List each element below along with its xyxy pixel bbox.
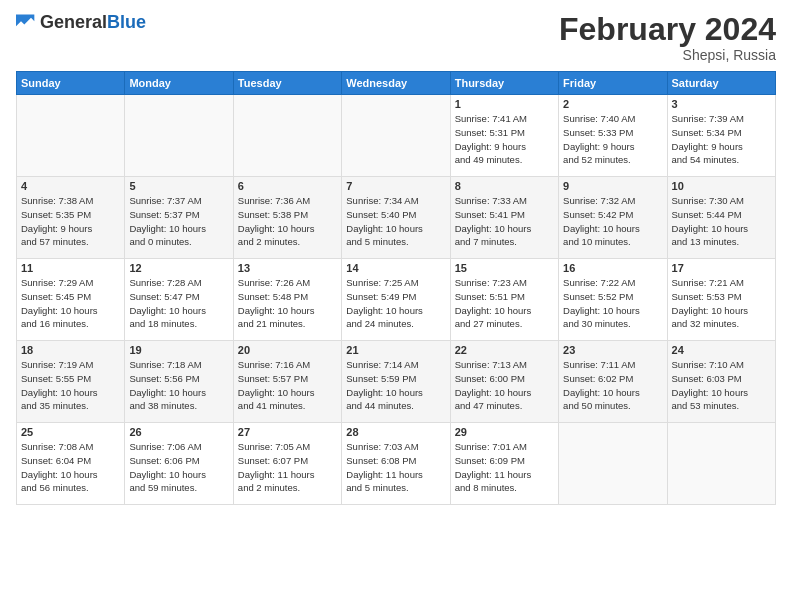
table-row: 23Sunrise: 7:11 AMSunset: 6:02 PMDayligh… [559,341,667,423]
table-row: 29Sunrise: 7:01 AMSunset: 6:09 PMDayligh… [450,423,558,505]
day-number: 4 [21,180,120,192]
day-number: 5 [129,180,228,192]
table-row: 5Sunrise: 7:37 AMSunset: 5:37 PMDaylight… [125,177,233,259]
col-saturday: Saturday [667,72,775,95]
day-info: Sunrise: 7:05 AMSunset: 6:07 PMDaylight:… [238,440,337,495]
day-info: Sunrise: 7:11 AMSunset: 6:02 PMDaylight:… [563,358,662,413]
day-info: Sunrise: 7:38 AMSunset: 5:35 PMDaylight:… [21,194,120,249]
week-row-2: 4Sunrise: 7:38 AMSunset: 5:35 PMDaylight… [17,177,776,259]
col-sunday: Sunday [17,72,125,95]
day-info: Sunrise: 7:32 AMSunset: 5:42 PMDaylight:… [563,194,662,249]
table-row: 16Sunrise: 7:22 AMSunset: 5:52 PMDayligh… [559,259,667,341]
col-monday: Monday [125,72,233,95]
day-number: 16 [563,262,662,274]
table-row [233,95,341,177]
day-info: Sunrise: 7:14 AMSunset: 5:59 PMDaylight:… [346,358,445,413]
table-row [125,95,233,177]
col-wednesday: Wednesday [342,72,450,95]
day-number: 12 [129,262,228,274]
day-number: 27 [238,426,337,438]
table-row: 18Sunrise: 7:19 AMSunset: 5:55 PMDayligh… [17,341,125,423]
day-info: Sunrise: 7:01 AMSunset: 6:09 PMDaylight:… [455,440,554,495]
table-row: 9Sunrise: 7:32 AMSunset: 5:42 PMDaylight… [559,177,667,259]
day-info: Sunrise: 7:06 AMSunset: 6:06 PMDaylight:… [129,440,228,495]
day-number: 14 [346,262,445,274]
day-number: 23 [563,344,662,356]
week-row-3: 11Sunrise: 7:29 AMSunset: 5:45 PMDayligh… [17,259,776,341]
page: GeneralBlue February 2024 Shepsi, Russia… [0,0,792,612]
day-info: Sunrise: 7:30 AMSunset: 5:44 PMDaylight:… [672,194,771,249]
day-number: 1 [455,98,554,110]
table-row: 20Sunrise: 7:16 AMSunset: 5:57 PMDayligh… [233,341,341,423]
table-row: 12Sunrise: 7:28 AMSunset: 5:47 PMDayligh… [125,259,233,341]
header-row: Sunday Monday Tuesday Wednesday Thursday… [17,72,776,95]
table-row: 4Sunrise: 7:38 AMSunset: 5:35 PMDaylight… [17,177,125,259]
logo-icon [16,12,36,32]
logo-general-text: General [40,12,107,32]
day-info: Sunrise: 7:29 AMSunset: 5:45 PMDaylight:… [21,276,120,331]
logo-blue-text: Blue [107,12,146,32]
table-row: 1Sunrise: 7:41 AMSunset: 5:31 PMDaylight… [450,95,558,177]
day-number: 24 [672,344,771,356]
table-row: 10Sunrise: 7:30 AMSunset: 5:44 PMDayligh… [667,177,775,259]
day-info: Sunrise: 7:34 AMSunset: 5:40 PMDaylight:… [346,194,445,249]
table-row: 28Sunrise: 7:03 AMSunset: 6:08 PMDayligh… [342,423,450,505]
day-number: 20 [238,344,337,356]
table-row: 14Sunrise: 7:25 AMSunset: 5:49 PMDayligh… [342,259,450,341]
week-row-1: 1Sunrise: 7:41 AMSunset: 5:31 PMDaylight… [17,95,776,177]
day-info: Sunrise: 7:36 AMSunset: 5:38 PMDaylight:… [238,194,337,249]
table-row: 19Sunrise: 7:18 AMSunset: 5:56 PMDayligh… [125,341,233,423]
day-number: 2 [563,98,662,110]
day-number: 10 [672,180,771,192]
calendar-table: Sunday Monday Tuesday Wednesday Thursday… [16,71,776,505]
day-number: 11 [21,262,120,274]
col-friday: Friday [559,72,667,95]
month-title: February 2024 [559,12,776,47]
day-info: Sunrise: 7:39 AMSunset: 5:34 PMDaylight:… [672,112,771,167]
table-row: 2Sunrise: 7:40 AMSunset: 5:33 PMDaylight… [559,95,667,177]
col-thursday: Thursday [450,72,558,95]
col-tuesday: Tuesday [233,72,341,95]
week-row-5: 25Sunrise: 7:08 AMSunset: 6:04 PMDayligh… [17,423,776,505]
title-area: February 2024 Shepsi, Russia [559,12,776,63]
day-number: 29 [455,426,554,438]
day-number: 18 [21,344,120,356]
day-info: Sunrise: 7:19 AMSunset: 5:55 PMDaylight:… [21,358,120,413]
table-row: 11Sunrise: 7:29 AMSunset: 5:45 PMDayligh… [17,259,125,341]
header: GeneralBlue February 2024 Shepsi, Russia [16,12,776,63]
svg-marker-0 [16,15,34,27]
day-info: Sunrise: 7:10 AMSunset: 6:03 PMDaylight:… [672,358,771,413]
day-info: Sunrise: 7:16 AMSunset: 5:57 PMDaylight:… [238,358,337,413]
day-info: Sunrise: 7:23 AMSunset: 5:51 PMDaylight:… [455,276,554,331]
table-row: 3Sunrise: 7:39 AMSunset: 5:34 PMDaylight… [667,95,775,177]
day-number: 15 [455,262,554,274]
table-row: 24Sunrise: 7:10 AMSunset: 6:03 PMDayligh… [667,341,775,423]
table-row: 25Sunrise: 7:08 AMSunset: 6:04 PMDayligh… [17,423,125,505]
day-number: 22 [455,344,554,356]
day-number: 13 [238,262,337,274]
day-info: Sunrise: 7:21 AMSunset: 5:53 PMDaylight:… [672,276,771,331]
location: Shepsi, Russia [559,47,776,63]
table-row: 17Sunrise: 7:21 AMSunset: 5:53 PMDayligh… [667,259,775,341]
table-row: 26Sunrise: 7:06 AMSunset: 6:06 PMDayligh… [125,423,233,505]
week-row-4: 18Sunrise: 7:19 AMSunset: 5:55 PMDayligh… [17,341,776,423]
table-row [667,423,775,505]
day-info: Sunrise: 7:40 AMSunset: 5:33 PMDaylight:… [563,112,662,167]
table-row: 21Sunrise: 7:14 AMSunset: 5:59 PMDayligh… [342,341,450,423]
day-info: Sunrise: 7:25 AMSunset: 5:49 PMDaylight:… [346,276,445,331]
table-row [17,95,125,177]
day-number: 9 [563,180,662,192]
day-info: Sunrise: 7:26 AMSunset: 5:48 PMDaylight:… [238,276,337,331]
day-info: Sunrise: 7:41 AMSunset: 5:31 PMDaylight:… [455,112,554,167]
day-info: Sunrise: 7:22 AMSunset: 5:52 PMDaylight:… [563,276,662,331]
day-info: Sunrise: 7:28 AMSunset: 5:47 PMDaylight:… [129,276,228,331]
day-info: Sunrise: 7:08 AMSunset: 6:04 PMDaylight:… [21,440,120,495]
table-row [559,423,667,505]
table-row: 7Sunrise: 7:34 AMSunset: 5:40 PMDaylight… [342,177,450,259]
day-number: 25 [21,426,120,438]
day-info: Sunrise: 7:13 AMSunset: 6:00 PMDaylight:… [455,358,554,413]
table-row: 13Sunrise: 7:26 AMSunset: 5:48 PMDayligh… [233,259,341,341]
day-number: 8 [455,180,554,192]
day-info: Sunrise: 7:18 AMSunset: 5:56 PMDaylight:… [129,358,228,413]
logo: GeneralBlue [16,12,146,32]
